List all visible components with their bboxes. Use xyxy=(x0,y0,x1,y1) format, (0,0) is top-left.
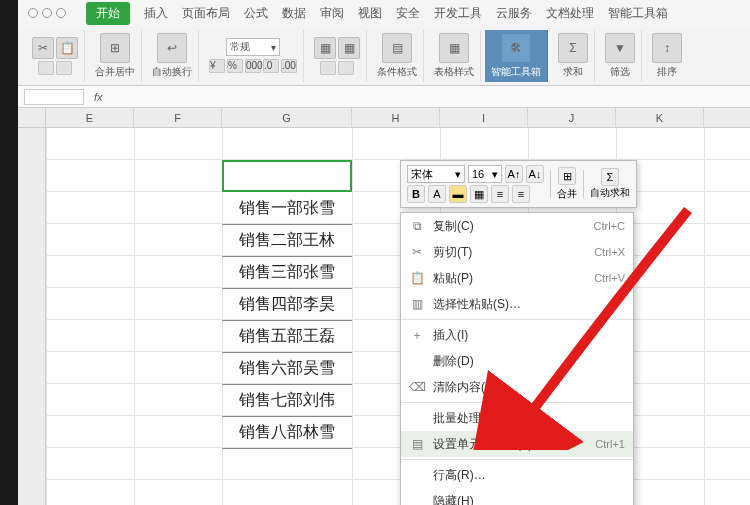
menu-item[interactable]: 视图 xyxy=(358,5,382,22)
menu-item[interactable]: 安全 xyxy=(396,5,420,22)
ctx-hide[interactable]: 隐藏(H) xyxy=(401,488,633,505)
name-box[interactable] xyxy=(24,89,84,105)
ctx-clear[interactable]: ⌫清除内容(N) xyxy=(401,374,633,400)
col-header[interactable]: I xyxy=(440,108,528,127)
ctx-cut[interactable]: ✂剪切(T)Ctrl+X xyxy=(401,239,633,265)
row-headers[interactable] xyxy=(18,128,46,505)
col-header[interactable]: F xyxy=(134,108,222,127)
fx-icon[interactable]: fx xyxy=(94,91,103,103)
menu-item[interactable]: 数据 xyxy=(282,5,306,22)
ctx-paste-special[interactable]: ▥选择性粘贴(S)… xyxy=(401,291,633,317)
context-menu: ⧉复制(C)Ctrl+C ✂剪切(T)Ctrl+X 📋粘贴(P)Ctrl+V ▥… xyxy=(400,212,634,505)
autosum-icon[interactable]: Σ xyxy=(601,168,619,186)
ribbon-number[interactable]: 常规▾ ¥%000.0.00 xyxy=(203,30,304,82)
ctx-copy[interactable]: ⧉复制(C)Ctrl+C xyxy=(401,213,633,239)
number-format-select[interactable]: 常规▾ xyxy=(226,38,280,56)
filter-icon: ▼ xyxy=(605,33,635,63)
align-icon[interactable]: ≡ xyxy=(512,185,530,203)
menu-bar: 开始 插入 页面布局 公式 数据 审阅 视图 安全 开发工具 云服务 文档处理 … xyxy=(18,0,750,26)
border-icon[interactable]: ▦ xyxy=(470,185,488,203)
cell-value[interactable]: 销售四部李昊 xyxy=(222,288,352,321)
selected-cell xyxy=(222,160,352,192)
menu-item[interactable]: 页面布局 xyxy=(182,5,230,22)
ribbon-filter[interactable]: ▼ 筛选 xyxy=(599,30,642,82)
col-header[interactable]: K xyxy=(616,108,704,127)
menu-item[interactable]: 开发工具 xyxy=(434,5,482,22)
ribbon-merge[interactable]: ⊞ 合并居中 xyxy=(89,30,142,82)
sum-icon: Σ xyxy=(558,33,588,63)
column-headers[interactable]: E F G H I J K xyxy=(18,108,750,128)
col-header[interactable]: G xyxy=(222,108,352,127)
cell-value[interactable]: 销售六部吴雪 xyxy=(222,352,352,385)
cell-value[interactable]: 销售二部王林 xyxy=(222,224,352,257)
formula-bar: fx xyxy=(18,86,750,108)
cell-value[interactable]: 销售七部刘伟 xyxy=(222,384,352,417)
mini-size-select[interactable]: 16▾ xyxy=(468,165,502,183)
ribbon: ✂📋 ⊞ 合并居中 ↩ 自动换行 常规▾ ¥%000.0.00 ▦▦ ▤ 条件格… xyxy=(18,26,750,86)
ribbon-wrap[interactable]: ↩ 自动换行 xyxy=(146,30,199,82)
sort-icon: ↕ xyxy=(652,33,682,63)
ribbon-toolbox[interactable]: 🛠 智能工具箱 xyxy=(485,30,548,82)
ribbon-sort[interactable]: ↕ 排序 xyxy=(646,30,688,82)
mini-font-select[interactable]: 宋体▾ xyxy=(407,165,465,183)
ctx-batch[interactable]: 批量处理单元格(P) xyxy=(401,405,633,431)
ctx-insert[interactable]: ＋插入(I) xyxy=(401,322,633,348)
menu-item[interactable]: 公式 xyxy=(244,5,268,22)
bold-icon[interactable]: B xyxy=(407,185,425,203)
window-controls[interactable] xyxy=(28,8,66,18)
font-color-icon[interactable]: A xyxy=(428,185,446,203)
menu-item[interactable]: 审阅 xyxy=(320,5,344,22)
col-header[interactable]: H xyxy=(352,108,440,127)
ribbon-cells[interactable]: ▦▦ xyxy=(308,30,367,82)
menu-item[interactable]: 云服务 xyxy=(496,5,532,22)
col-header[interactable]: J xyxy=(528,108,616,127)
fill-color-icon[interactable]: ▬ xyxy=(449,185,467,203)
merge-icon: ⊞ xyxy=(100,33,130,63)
col-header[interactable]: E xyxy=(46,108,134,127)
decrease-font-icon[interactable]: A↓ xyxy=(526,165,544,183)
merge-icon[interactable]: ⊞ xyxy=(558,167,576,185)
menu-item[interactable]: 插入 xyxy=(144,5,168,22)
toolbox-icon: 🛠 xyxy=(501,33,531,63)
table-style-icon: ▦ xyxy=(439,33,469,63)
menu-item[interactable]: 智能工具箱 xyxy=(608,5,668,22)
cell-value[interactable]: 销售一部张雪 xyxy=(222,192,352,225)
cell-value[interactable]: 销售八部林雪 xyxy=(222,416,352,449)
ribbon-table-style[interactable]: ▦ 表格样式 xyxy=(428,30,481,82)
ribbon-cond-format[interactable]: ▤ 条件格式 xyxy=(371,30,424,82)
cell-value[interactable]: 销售三部张雪 xyxy=(222,256,352,289)
align-icon[interactable]: ≡ xyxy=(491,185,509,203)
menu-item[interactable]: 文档处理 xyxy=(546,5,594,22)
ctx-format-cells[interactable]: ▤设置单元格格式(F)…Ctrl+1 xyxy=(401,431,633,457)
mini-toolbar: 宋体▾ 16▾ A↑ A↓ B A ▬ ▦ ≡ ≡ ⊞ 合并 Σ 自动求和 xyxy=(400,160,637,208)
cond-format-icon: ▤ xyxy=(382,33,412,63)
ctx-delete[interactable]: 删除(D) xyxy=(401,348,633,374)
cell-value[interactable]: 销售五部王磊 xyxy=(222,320,352,353)
mini-autosum-label: 自动求和 xyxy=(590,186,630,200)
ctx-paste[interactable]: 📋粘贴(P)Ctrl+V xyxy=(401,265,633,291)
ctx-row-height[interactable]: 行高(R)… xyxy=(401,462,633,488)
wrap-icon: ↩ xyxy=(157,33,187,63)
increase-font-icon[interactable]: A↑ xyxy=(505,165,523,183)
ribbon-clipboard[interactable]: ✂📋 xyxy=(26,30,85,82)
ribbon-sum[interactable]: Σ 求和 xyxy=(552,30,595,82)
mini-merge-label: 合并 xyxy=(557,187,577,201)
menu-tab-active[interactable]: 开始 xyxy=(86,2,130,25)
spreadsheet-grid[interactable]: 销售一部张雪 销售二部王林 销售三部张雪 销售四部李昊 销售五部王磊 销售六部吴… xyxy=(18,128,750,505)
